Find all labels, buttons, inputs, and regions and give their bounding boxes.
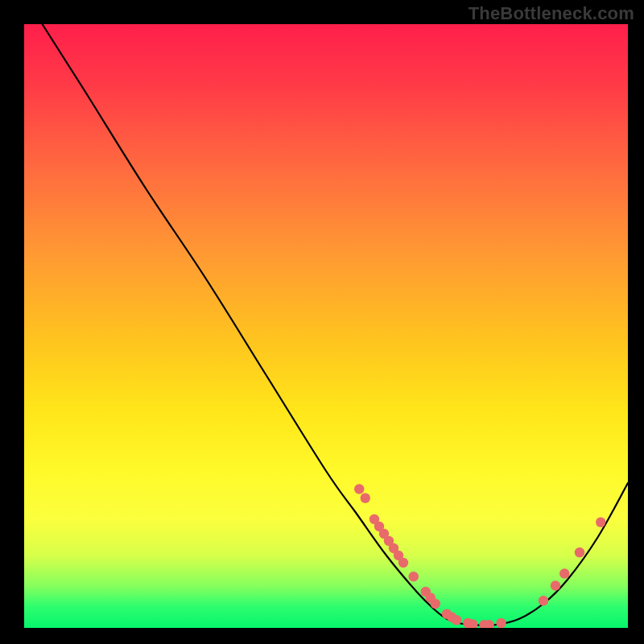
curve-markers bbox=[354, 484, 605, 628]
curve-marker bbox=[575, 547, 584, 557]
curve-marker bbox=[431, 599, 440, 609]
chart-plot-area bbox=[24, 24, 628, 628]
watermark-text: TheBottleneck.com bbox=[469, 3, 634, 24]
curve-marker bbox=[361, 493, 370, 503]
curve-marker bbox=[452, 615, 461, 625]
curve-marker bbox=[496, 618, 506, 628]
curve-marker bbox=[409, 572, 419, 581]
bottleneck-curve-svg bbox=[24, 24, 628, 628]
curve-marker bbox=[559, 568, 569, 578]
curve-marker bbox=[539, 596, 548, 605]
curve-marker bbox=[354, 484, 364, 493]
curve-marker bbox=[596, 518, 605, 527]
curve-marker bbox=[398, 558, 408, 568]
bottleneck-curve-line bbox=[43, 24, 629, 625]
curve-marker bbox=[551, 580, 560, 590]
